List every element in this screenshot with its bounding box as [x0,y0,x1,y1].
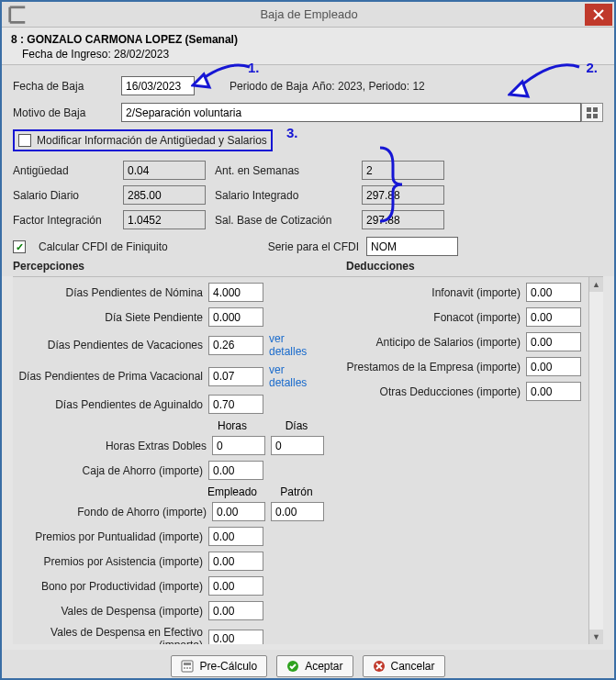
asistencia-label: Premios por Asistencia (importe) [18,555,203,568]
modificar-checkbox[interactable] [18,134,31,147]
window-title: Baja de Empleado [33,7,585,21]
cancelar-label: Cancelar [391,660,435,673]
scroll-up-icon[interactable]: ▲ [589,277,603,292]
modificar-label: Modificar Información de Antigüedad y Sa… [37,134,267,147]
dias-prima-label: Días Pendientes de Prima Vacacional [18,370,203,383]
svg-rect-0 [587,107,591,112]
vales-ef-input[interactable] [208,630,263,645]
percepciones-col: Días Pendientes de Nómina Día Siete Pend… [18,283,324,644]
svg-rect-2 [587,114,591,118]
employee-header: 8 : GONZALO CARMONA LOPEZ (Semanal) Fech… [2,28,614,65]
caja-ahorro-label: Caja de Ahorro (importe) [18,464,203,477]
dia-siete-label: Día Siete Pendiente [18,311,203,324]
fondo-ahorro-e-input[interactable] [212,502,265,521]
dias-vac-label: Días Pendientes de Vacaciones [18,339,203,351]
close-icon [593,9,604,20]
periodo-text: Año: 2023, Periodo: 12 [312,80,425,93]
dia-siete-input[interactable] [208,307,263,327]
sal-int-label: Salario Integrado [215,189,353,202]
svg-rect-4 [182,661,193,672]
cfdi-row: Calcular CFDI de Finiquito Serie para el… [13,237,603,256]
sal-diario-field [123,185,206,205]
bono-input[interactable] [208,576,263,596]
dias-agui-label: Días Pendientes de Aguinaldo [18,398,203,411]
aceptar-label: Aceptar [305,660,342,673]
infonavit-input[interactable] [526,283,581,302]
fondo-ahorro-p-input[interactable] [271,502,324,521]
deducciones-header: Deducciones [346,260,603,273]
modificar-highlight: Modificar Información de Antigüedad y Sa… [13,129,273,151]
ant-sem-field [362,161,444,180]
caja-ahorro-input[interactable] [208,461,263,480]
grid-icon [587,107,598,118]
precalc-label: Pre-Cálculo [199,660,257,673]
hdr-emp: Empleado [205,485,260,498]
horas-dobles-h-input[interactable] [212,436,265,455]
cancelar-button[interactable]: Cancelar [363,655,445,677]
fonacot-input[interactable] [526,307,581,327]
bono-label: Bono por Productividad (importe) [18,580,203,593]
svg-point-8 [189,667,191,669]
employee-title: 8 : GONZALO CARMONA LOPEZ (Semanal) [11,33,605,46]
dias-nomina-input[interactable] [208,283,263,302]
fonacot-label: Fonacot (importe) [333,311,521,324]
sal-diario-label: Salario Diario [13,189,114,202]
motivo-picker-button[interactable] [581,103,603,122]
motivo-row: Motivo de Baja [13,103,603,122]
dias-vac-input[interactable] [208,336,263,355]
puntualidad-label: Premios por Puntualidad (importe) [18,530,203,543]
sbc-label: Sal. Base de Cotización [215,214,353,227]
prestamo-label: Prestamos de la Empresa (importe) [333,361,521,373]
app-icon [7,5,28,25]
svg-rect-1 [593,107,598,112]
hdr-pat: Patrón [269,485,324,498]
vales-ef-label: Vales de Despensa en Efectivo (importe) [18,626,203,644]
percepciones-header: Percepciones [13,260,346,273]
x-circle-icon [373,660,386,673]
dias-nomina-label: Días Pendientes de Nómina [18,286,203,299]
motivo-input[interactable] [121,103,581,122]
precalc-button[interactable]: Pre-Cálculo [171,655,267,677]
section-headers: Percepciones Deducciones [13,260,603,273]
vales-label: Vales de Despensa (importe) [18,605,203,618]
dias-prima-input[interactable] [208,367,263,386]
scroll-wrap: Días Pendientes de Nómina Día Siete Pend… [13,276,603,644]
form-area: 1. 2. 3. Fecha de Baja Periodo de Baja A… [2,65,614,276]
otras-ded-input[interactable] [526,382,581,401]
dias-agui-input[interactable] [208,395,263,414]
scroll-area: Días Pendientes de Nómina Día Siete Pend… [13,277,603,644]
factor-field [123,210,206,229]
antig-label: Antigüedad [13,164,114,177]
serie-input[interactable] [366,237,458,256]
prestamo-input[interactable] [526,357,581,376]
close-button[interactable] [585,4,612,26]
motivo-label: Motivo de Baja [13,106,121,119]
salarios-grid: Antigüedad Ant. en Semanas Salario Diari… [13,161,603,229]
svg-point-6 [184,667,185,669]
svg-rect-3 [593,114,598,118]
scroll-down-icon[interactable]: ▼ [589,630,603,644]
fecha-label: Fecha de Baja [13,80,121,93]
factor-label: Factor Integración [13,214,114,227]
otras-ded-label: Otras Deducciones (importe) [333,385,521,398]
titlebar: Baja de Empleado [2,2,614,28]
anticipo-label: Anticipo de Salarios (importe) [333,336,521,349]
horas-dobles-label: Horas Extras Dobles [18,440,207,452]
aceptar-button[interactable]: Aceptar [276,655,353,677]
prima-detalles-link[interactable]: ver detalles [269,363,324,389]
check-circle-icon [286,660,299,673]
asistencia-input[interactable] [208,552,263,571]
serie-label: Serie para el CFDI [268,240,359,253]
horas-dobles-d-input[interactable] [271,436,324,455]
ingreso-date: Fecha de Ingreso: 28/02/2023 [11,46,605,61]
cfdi-checkbox[interactable] [13,240,26,253]
fecha-row: Fecha de Baja Periodo de Baja Año: 2023,… [13,76,603,95]
vertical-scrollbar[interactable]: ▲ ▼ [588,277,603,644]
puntualidad-input[interactable] [208,527,263,546]
vales-input[interactable] [208,601,263,620]
fecha-input[interactable] [121,76,195,95]
vac-detalles-link[interactable]: ver detalles [269,332,324,358]
anticipo-input[interactable] [526,332,581,351]
svg-rect-5 [184,663,191,665]
deducciones-col: Infonavit (importe) Fonacot (importe) An… [333,283,581,644]
